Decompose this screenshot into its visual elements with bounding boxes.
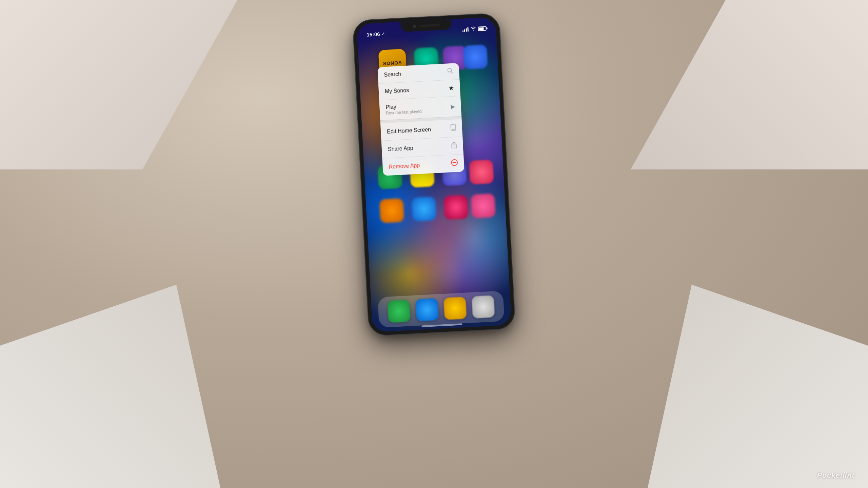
front-camera (413, 24, 416, 28)
bg-app-low-3[interactable] (443, 195, 469, 220)
phone-body: 15:06 ↗ (353, 13, 515, 336)
bg-app-low-1[interactable] (379, 198, 405, 223)
phone: 15:06 ↗ (353, 13, 515, 336)
wifi-icon (470, 26, 476, 32)
menu-share-label: Share App (388, 145, 413, 152)
share-icon (451, 141, 457, 150)
bg-app-low-2[interactable] (411, 197, 436, 222)
bg-app-3 (463, 44, 488, 69)
svg-line-1 (451, 72, 453, 73)
bg-bottom-right (648, 285, 868, 488)
phone-screen: 15:06 ↗ (356, 17, 511, 332)
context-menu: Search My Sonos ★ Play (377, 63, 464, 176)
menu-remove-label: Remove App (389, 162, 420, 170)
dock-app-1[interactable] (387, 300, 410, 323)
signal-bar-3 (466, 28, 467, 32)
bg-app-mid-4[interactable] (469, 160, 494, 185)
bg-top-right (631, 0, 868, 169)
signal-bar-4 (467, 27, 469, 32)
dock-app-3[interactable] (443, 297, 467, 320)
menu-edit-home-label: Edit Home Screen (387, 126, 431, 135)
signal-bar-2 (464, 29, 465, 32)
pocketlint-watermark: Pocketlint (817, 471, 854, 480)
location-arrow-icon: ↗ (381, 31, 385, 36)
play-icon: ▶ (451, 103, 455, 110)
search-icon (447, 68, 453, 76)
earpiece-speaker (419, 24, 440, 27)
bg-bottom-left (0, 285, 220, 488)
star-icon: ★ (448, 84, 454, 92)
sonos-logo-text: SONOS (383, 60, 402, 66)
battery-icon (478, 26, 487, 31)
minus-circle-icon (451, 159, 458, 168)
battery-fill (479, 27, 484, 30)
signal-icon (462, 27, 469, 32)
menu-search-label: Search (384, 71, 401, 78)
bg-top-left (0, 0, 237, 169)
phone-screen-icon (450, 124, 456, 133)
menu-my-sonos-label: My Sonos (385, 87, 409, 95)
status-time: 15:06 (367, 31, 380, 37)
dock-app-4[interactable] (472, 295, 495, 318)
dock-app-2[interactable] (415, 298, 438, 321)
signal-bar-1 (462, 30, 463, 32)
bg-app-low-4[interactable] (471, 194, 496, 219)
status-icons (462, 25, 487, 32)
